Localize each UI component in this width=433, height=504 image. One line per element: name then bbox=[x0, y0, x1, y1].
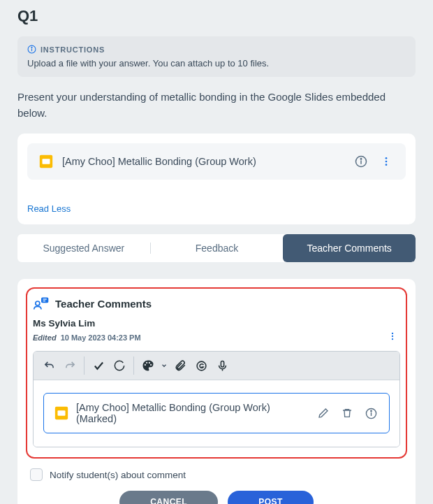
attachment-row[interactable]: [Amy Choo] Metallic Bonding (Group Work) bbox=[27, 143, 406, 180]
info-icon bbox=[27, 45, 36, 54]
svg-rect-19 bbox=[221, 361, 223, 367]
grammarly-icon[interactable] bbox=[191, 356, 211, 375]
divider bbox=[133, 357, 134, 375]
tab-feedback[interactable]: Feedback bbox=[151, 234, 284, 262]
edit-icon[interactable] bbox=[315, 405, 332, 422]
comments-title: Teacher Comments bbox=[55, 298, 152, 310]
info-icon[interactable] bbox=[353, 153, 369, 170]
instructions-box: INSTRUCTIONS Upload a file with your ans… bbox=[17, 36, 416, 77]
editor-toolbar bbox=[34, 352, 399, 380]
check-icon[interactable] bbox=[89, 356, 108, 375]
edited-label: Edited bbox=[33, 333, 57, 342]
teacher-name: Ms Sylvia Lim bbox=[33, 318, 400, 329]
redo-icon[interactable] bbox=[60, 356, 80, 375]
attachment-card: [Amy Choo] Metallic Bonding (Group Work)… bbox=[17, 134, 416, 224]
svg-point-9 bbox=[386, 161, 388, 163]
trash-icon[interactable] bbox=[339, 405, 355, 422]
svg-point-7 bbox=[360, 159, 362, 160]
clear-format-icon[interactable] bbox=[110, 356, 129, 375]
highlight-box: Teacher Comments Ms Sylvia Lim Edited 10… bbox=[26, 287, 407, 459]
question-prompt: Present your understanding of metallic b… bbox=[17, 89, 416, 121]
svg-point-17 bbox=[392, 338, 393, 340]
divider bbox=[84, 357, 85, 375]
svg-point-2 bbox=[31, 47, 32, 48]
svg-point-16 bbox=[392, 336, 393, 337]
google-slides-icon bbox=[54, 405, 69, 421]
microphone-icon[interactable] bbox=[212, 356, 232, 375]
svg-point-8 bbox=[386, 157, 388, 159]
chevron-down-icon[interactable] bbox=[159, 356, 169, 375]
marked-file-name: [Amy Choo] Metallic Bonding (Group Work)… bbox=[76, 402, 308, 424]
svg-point-15 bbox=[392, 333, 393, 334]
attach-icon[interactable] bbox=[170, 356, 190, 375]
svg-point-10 bbox=[386, 164, 388, 166]
info-icon[interactable] bbox=[362, 405, 379, 422]
instructions-text: Upload a file with your answer. You can … bbox=[27, 58, 406, 69]
svg-rect-21 bbox=[58, 410, 66, 415]
undo-icon[interactable] bbox=[39, 356, 59, 375]
teacher-comments-panel: Teacher Comments Ms Sylvia Lim Edited 10… bbox=[17, 279, 416, 504]
notify-label: Notify student(s) about comment bbox=[50, 470, 186, 480]
post-button[interactable]: POST bbox=[228, 491, 314, 504]
comments-icon bbox=[33, 296, 50, 311]
tab-teacher-comments[interactable]: Teacher Comments bbox=[283, 234, 416, 262]
timestamp: 10 May 2023 04:23 PM bbox=[61, 333, 141, 342]
svg-point-18 bbox=[197, 361, 206, 370]
read-less-link[interactable]: Read Less bbox=[27, 203, 71, 214]
google-slides-icon bbox=[38, 154, 54, 169]
svg-point-11 bbox=[36, 301, 40, 305]
comment-editor: [Amy Choo] Metallic Bonding (Group Work)… bbox=[33, 351, 400, 447]
more-icon[interactable] bbox=[385, 329, 400, 347]
instructions-label: INSTRUCTIONS bbox=[41, 45, 105, 54]
editor-body[interactable]: [Amy Choo] Metallic Bonding (Group Work)… bbox=[34, 380, 399, 447]
tabs: Suggested Answer Feedback Teacher Commen… bbox=[17, 234, 416, 262]
notify-checkbox[interactable] bbox=[30, 468, 43, 481]
more-icon[interactable] bbox=[378, 153, 395, 170]
tab-suggested-answer[interactable]: Suggested Answer bbox=[17, 234, 150, 262]
svg-rect-4 bbox=[43, 159, 50, 164]
palette-icon[interactable] bbox=[138, 356, 158, 375]
svg-rect-12 bbox=[41, 297, 48, 303]
notify-row: Notify student(s) about comment bbox=[26, 468, 407, 481]
cancel-button[interactable]: CANCEL bbox=[119, 491, 218, 504]
attachment-name: [Amy Choo] Metallic Bonding (Group Work) bbox=[62, 156, 344, 167]
marked-file-row[interactable]: [Amy Choo] Metallic Bonding (Group Work)… bbox=[43, 393, 390, 433]
question-number: Q1 bbox=[17, 7, 416, 25]
svg-point-24 bbox=[370, 410, 371, 411]
button-row: CANCEL POST bbox=[26, 491, 407, 504]
